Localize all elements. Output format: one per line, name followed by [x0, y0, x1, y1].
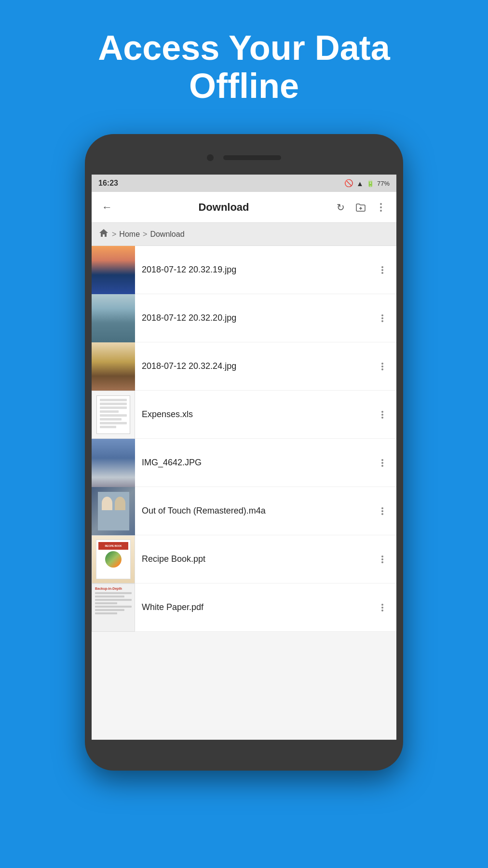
list-item[interactable]: RECIPE BOOK Recipe Book.ppt	[92, 535, 396, 583]
music-thumbnail	[92, 487, 135, 535]
wifi-icon: ▲	[356, 179, 364, 188]
file-name: Out of Touch (Remastered).m4a	[142, 506, 375, 516]
dot	[381, 558, 383, 560]
pdf-line	[95, 599, 132, 601]
phone-screen: 16:23 🚫 ▲ 🔋 77% ← Download	[92, 175, 396, 740]
home-icon[interactable]	[98, 228, 109, 241]
recipe-image-circle	[105, 551, 122, 568]
image-thumbnail-2	[92, 294, 135, 342]
file-thumbnail	[92, 439, 135, 487]
pdf-line	[95, 596, 124, 597]
image-thumbnail-1	[92, 246, 135, 294]
status-icons: 🚫 ▲ 🔋 77%	[344, 179, 390, 188]
phone-bottom-bezel	[92, 740, 396, 764]
recipe-title-bar: RECIPE BOOK	[98, 542, 128, 550]
recipe-thumbnail: RECIPE BOOK	[92, 535, 135, 583]
file-thumbnail	[92, 246, 135, 294]
list-item[interactable]: Out of Touch (Remastered).m4a	[92, 487, 396, 535]
status-time: 16:23	[98, 179, 118, 188]
list-item[interactable]: 2018-07-12 20.32.19.jpg	[92, 246, 396, 294]
dot	[381, 269, 383, 271]
file-name: White Paper.pdf	[142, 602, 375, 612]
dot	[381, 513, 383, 515]
file-thumbnail	[92, 294, 135, 342]
toolbar-title: Download	[121, 201, 327, 214]
dot	[381, 411, 383, 413]
pdf-header: Backup-in-Depth	[95, 587, 122, 590]
battery-icon: 🔋	[366, 180, 374, 187]
dot	[381, 556, 383, 557]
breadcrumb-download[interactable]: Download	[150, 230, 184, 239]
file-more-button[interactable]	[375, 453, 390, 473]
new-folder-icon	[355, 203, 366, 212]
page-headline: Access Your Data Offline	[0, 0, 488, 129]
home-svg	[98, 228, 109, 238]
dot	[381, 366, 383, 367]
file-name: IMG_4642.JPG	[142, 458, 375, 468]
file-thumbnail: RECIPE BOOK	[92, 535, 135, 583]
file-more-button[interactable]	[375, 309, 390, 328]
breadcrumb-sep1: >	[112, 230, 116, 239]
file-more-button[interactable]	[375, 405, 390, 424]
file-more-button[interactable]	[375, 357, 390, 376]
pdf-line	[95, 592, 132, 594]
pdf-thumbnail: Backup-in-Depth	[92, 583, 135, 632]
refresh-icon: ↻	[337, 202, 345, 213]
headline-line1: Access Your Data	[98, 28, 390, 67]
dot	[381, 610, 383, 611]
file-thumbnail	[92, 342, 135, 391]
file-list: 2018-07-12 20.32.19.jpg 2018-07-12 20.32…	[92, 246, 396, 632]
file-name: Expenses.xls	[142, 409, 375, 420]
more-icon	[380, 203, 382, 212]
dot	[381, 607, 383, 609]
breadcrumb-sep2: >	[143, 230, 147, 239]
list-item[interactable]: 2018-07-12 20.32.24.jpg	[92, 342, 396, 391]
back-button[interactable]: ←	[98, 199, 116, 216]
refresh-button[interactable]: ↻	[332, 199, 349, 216]
list-item[interactable]: IMG_4642.JPG	[92, 439, 396, 487]
breadcrumb-bar: > Home > Download	[92, 223, 396, 246]
more-button[interactable]	[372, 199, 390, 216]
image-thumbnail-3	[92, 342, 135, 391]
headline-line2: Offline	[189, 67, 299, 105]
phone-top-bezel	[92, 141, 396, 175]
file-name: 2018-07-12 20.32.20.jpg	[142, 313, 375, 323]
pdf-line	[95, 612, 117, 614]
list-item[interactable]: Expenses.xls	[92, 391, 396, 439]
new-folder-button[interactable]	[352, 199, 369, 216]
dot	[381, 604, 383, 606]
battery-pct: 77%	[377, 180, 390, 187]
image-thumbnail-4	[92, 439, 135, 487]
breadcrumb-home[interactable]: Home	[119, 230, 140, 239]
dot	[381, 272, 383, 274]
dot	[381, 368, 383, 370]
file-more-button[interactable]	[375, 502, 390, 521]
dot	[381, 414, 383, 416]
dot	[381, 561, 383, 563]
dot	[381, 465, 383, 467]
dot	[381, 314, 383, 316]
pdf-line	[95, 602, 117, 604]
dot	[381, 507, 383, 509]
dot	[381, 462, 383, 464]
back-icon: ←	[102, 201, 112, 214]
file-name: 2018-07-12 20.32.19.jpg	[142, 265, 375, 275]
recipe-title-text: RECIPE BOOK	[105, 544, 122, 547]
signal-off-icon: 🚫	[344, 179, 353, 188]
toolbar-actions: ↻	[332, 199, 390, 216]
file-thumbnail: Backup-in-Depth	[92, 583, 135, 632]
file-more-button[interactable]	[375, 260, 390, 280]
dot	[381, 363, 383, 365]
phone-speaker	[223, 155, 281, 160]
pdf-line	[95, 609, 124, 611]
list-item[interactable]: Backup-in-Depth White Paper.pdf	[92, 583, 396, 632]
dot	[381, 266, 383, 268]
file-name: 2018-07-12 20.32.24.jpg	[142, 361, 375, 371]
dot	[381, 417, 383, 419]
file-more-button[interactable]	[375, 550, 390, 569]
file-more-button[interactable]	[375, 598, 390, 617]
phone-mockup: 16:23 🚫 ▲ 🔋 77% ← Download	[80, 129, 408, 868]
list-item[interactable]: 2018-07-12 20.32.20.jpg	[92, 294, 396, 342]
phone-outer: 16:23 🚫 ▲ 🔋 77% ← Download	[85, 134, 403, 771]
music-thumb-inner	[98, 492, 129, 530]
